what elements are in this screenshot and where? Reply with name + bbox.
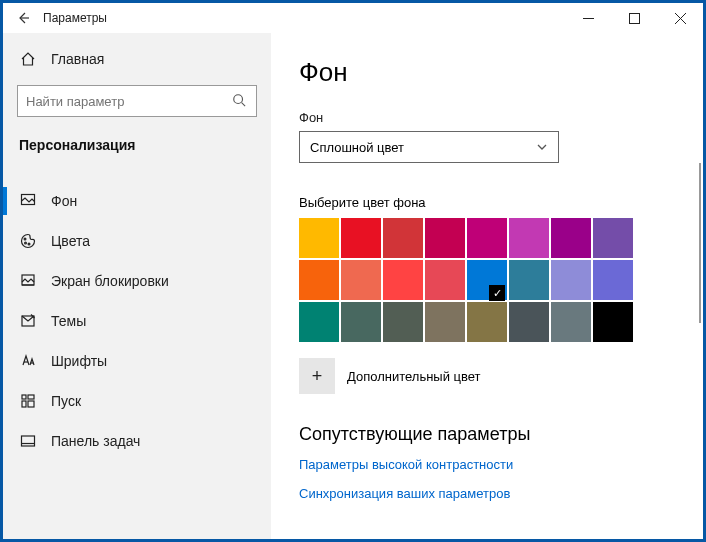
colors-icon [19, 232, 37, 250]
color-swatch[interactable] [383, 218, 423, 258]
minimize-button[interactable] [565, 3, 611, 33]
svg-rect-10 [22, 401, 26, 407]
sidebar-item-label: Экран блокировки [51, 273, 169, 289]
sidebar-item-label: Панель задач [51, 433, 140, 449]
color-swatch[interactable] [299, 218, 339, 258]
color-swatch[interactable] [299, 260, 339, 300]
svg-rect-8 [22, 395, 26, 399]
sidebar-item-background[interactable]: Фон [3, 181, 271, 221]
scrollbar[interactable] [699, 163, 701, 323]
search-input[interactable] [26, 94, 232, 109]
color-swatch[interactable] [467, 302, 507, 342]
color-swatch[interactable] [509, 302, 549, 342]
color-swatch[interactable] [341, 260, 381, 300]
home-icon [19, 50, 37, 68]
settings-window: Параметры Главная [0, 0, 706, 542]
svg-point-4 [25, 242, 27, 244]
color-swatch[interactable] [509, 218, 549, 258]
svg-rect-9 [28, 395, 34, 399]
sidebar-home[interactable]: Главная [3, 37, 271, 81]
maximize-button[interactable] [611, 3, 657, 33]
color-swatch[interactable] [551, 302, 591, 342]
arrow-left-icon [15, 10, 31, 26]
color-swatch[interactable] [467, 218, 507, 258]
color-swatch[interactable] [425, 218, 465, 258]
sidebar-item-label: Цвета [51, 233, 90, 249]
plus-icon: + [312, 366, 323, 387]
body: Главная Персонализация ФонЦветаЭкран бло… [3, 33, 703, 539]
chevron-down-icon [536, 141, 548, 153]
fonts-icon [19, 352, 37, 370]
sidebar: Главная Персонализация ФонЦветаЭкран бло… [3, 33, 271, 539]
maximize-icon [629, 13, 640, 24]
color-swatch[interactable] [383, 302, 423, 342]
color-swatch[interactable] [425, 302, 465, 342]
color-swatch[interactable] [509, 260, 549, 300]
titlebar-left: Параметры [3, 3, 107, 33]
window-buttons [565, 3, 703, 33]
titlebar: Параметры [3, 3, 703, 33]
sidebar-item-fonts[interactable]: Шрифты [3, 341, 271, 381]
svg-point-3 [24, 238, 26, 240]
sidebar-home-label: Главная [51, 51, 104, 67]
color-swatch[interactable] [425, 260, 465, 300]
taskbar-icon [19, 432, 37, 450]
sidebar-category: Персонализация [3, 127, 271, 165]
themes-icon [19, 312, 37, 330]
related-title: Сопутствующие параметры [299, 424, 675, 445]
page-title: Фон [299, 57, 675, 88]
custom-color-row: + Дополнительный цвет [299, 358, 675, 394]
svg-rect-12 [22, 436, 35, 446]
content-area: Фон Фон Сплошной цвет Выберите цвет фона… [271, 33, 703, 539]
back-button[interactable] [3, 3, 43, 33]
start-icon [19, 392, 37, 410]
minimize-icon [583, 13, 594, 24]
bg-type-label: Фон [299, 110, 675, 125]
close-icon [675, 13, 686, 24]
color-swatch[interactable] [593, 260, 633, 300]
color-swatch[interactable] [593, 302, 633, 342]
sidebar-item-label: Шрифты [51, 353, 107, 369]
sidebar-item-label: Пуск [51, 393, 81, 409]
svg-point-5 [28, 243, 30, 245]
color-swatches [299, 218, 675, 342]
close-button[interactable] [657, 3, 703, 33]
bg-type-value: Сплошной цвет [310, 140, 404, 155]
sidebar-item-label: Фон [51, 193, 77, 209]
window-title: Параметры [43, 11, 107, 25]
sidebar-item-lockscreen[interactable]: Экран блокировки [3, 261, 271, 301]
svg-point-1 [234, 95, 243, 104]
background-icon [19, 192, 37, 210]
color-swatch[interactable] [341, 302, 381, 342]
color-swatch[interactable] [551, 218, 591, 258]
colors-label: Выберите цвет фона [299, 195, 675, 210]
color-swatch[interactable] [593, 218, 633, 258]
sidebar-nav-list: ФонЦветаЭкран блокировкиТемыШрифтыПускПа… [3, 181, 271, 461]
color-swatch[interactable] [299, 302, 339, 342]
search-wrap [3, 81, 271, 127]
color-swatch[interactable] [383, 260, 423, 300]
color-swatch[interactable] [551, 260, 591, 300]
color-swatch[interactable] [467, 260, 507, 300]
bg-type-dropdown[interactable]: Сплошной цвет [299, 131, 559, 163]
sidebar-item-start[interactable]: Пуск [3, 381, 271, 421]
sidebar-item-themes[interactable]: Темы [3, 301, 271, 341]
color-swatch[interactable] [341, 218, 381, 258]
lockscreen-icon [19, 272, 37, 290]
svg-rect-11 [28, 401, 34, 407]
svg-rect-0 [629, 13, 639, 23]
link-high-contrast[interactable]: Параметры высокой контрастности [299, 457, 675, 472]
custom-color-label: Дополнительный цвет [347, 369, 481, 384]
sidebar-item-label: Темы [51, 313, 86, 329]
link-sync-settings[interactable]: Синхронизация ваших параметров [299, 486, 675, 501]
sidebar-item-taskbar[interactable]: Панель задач [3, 421, 271, 461]
search-icon [232, 93, 248, 109]
sidebar-item-colors[interactable]: Цвета [3, 221, 271, 261]
search-box[interactable] [17, 85, 257, 117]
custom-color-button[interactable]: + [299, 358, 335, 394]
